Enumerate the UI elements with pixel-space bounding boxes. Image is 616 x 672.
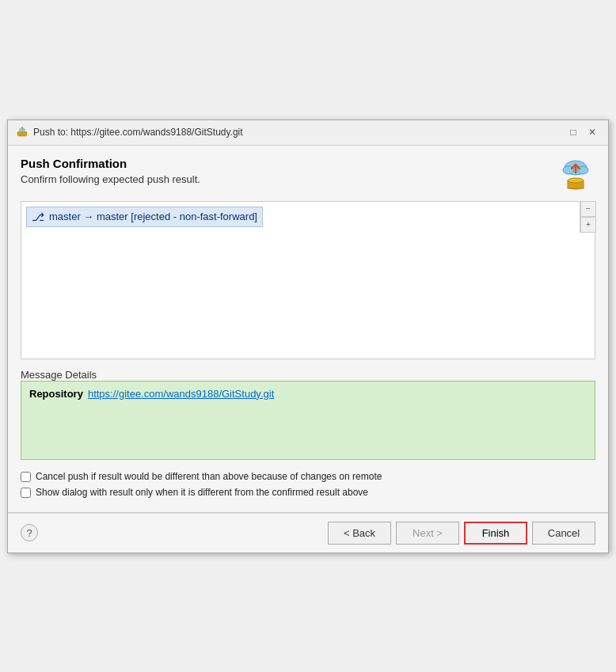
cancel-label: Cancel (548, 527, 580, 539)
minimize-button[interactable]: □ (565, 124, 581, 140)
title-bar-left: Push to: https://gitee.com/wands9188/Git… (16, 126, 243, 139)
branch-icon: ⎇ (32, 211, 44, 223)
title-bar-controls: □ ✕ (565, 124, 600, 140)
cancel-push-checkbox[interactable] (21, 472, 31, 482)
title-bar: Push to: https://gitee.com/wands9188/Git… (8, 120, 608, 146)
cancel-push-label: Cancel push if result would be different… (36, 471, 382, 482)
finish-label: Finish (482, 527, 510, 539)
header-push-icon (559, 157, 592, 195)
checkboxes-section: Cancel push if result would be different… (21, 471, 595, 498)
dialog-subtitle: Confirm following expected push result. (21, 173, 200, 185)
cancel-button[interactable]: Cancel (532, 522, 595, 545)
branch-item[interactable]: ⎇ master → master [rejected - non-fast-f… (26, 207, 263, 227)
window-icon (16, 126, 29, 139)
dialog-window: Push to: https://gitee.com/wands9188/Git… (7, 120, 609, 553)
repository-key: Repository (29, 388, 83, 400)
message-details-section: Message Details Repository https://gitee… (21, 366, 595, 460)
dialog-title: Push Confirmation (21, 157, 200, 170)
header-area: Push Confirmation Confirm following expe… (21, 157, 595, 195)
header-text: Push Confirmation Confirm following expe… (21, 157, 200, 185)
close-button[interactable]: ✕ (584, 124, 600, 140)
repository-row: Repository https://gitee.com/wands9188/G… (29, 388, 587, 400)
checkbox-row-2[interactable]: Show dialog with result only when it is … (21, 487, 595, 498)
help-icon: ? (26, 527, 32, 539)
dialog-content: Push Confirmation Confirm following expe… (8, 146, 608, 506)
branch-item-text: master → master [rejected - non-fast-for… (49, 211, 257, 222)
footer-right: < Back Next > Finish Cancel (328, 522, 595, 545)
svg-point-1 (19, 128, 25, 132)
show-dialog-checkbox[interactable] (21, 488, 31, 498)
message-details-label: Message Details (21, 369, 595, 381)
scroll-buttons: − + (580, 201, 596, 233)
svg-point-8 (568, 178, 584, 183)
scroll-up-button[interactable]: − (580, 201, 596, 217)
show-dialog-label: Show dialog with result only when it is … (36, 487, 368, 498)
branch-list: ⎇ master → master [rejected - non-fast-f… (21, 201, 595, 359)
message-details-box: Repository https://gitee.com/wands9188/G… (21, 381, 595, 460)
finish-button[interactable]: Finish (464, 522, 527, 545)
footer: ? < Back Next > Finish Cancel (8, 513, 608, 552)
footer-left: ? (21, 524, 38, 541)
branch-list-container: ⎇ master → master [rejected - non-fast-f… (21, 201, 595, 359)
back-label: < Back (344, 527, 375, 539)
help-button[interactable]: ? (21, 524, 38, 541)
checkbox-row-1[interactable]: Cancel push if result would be different… (21, 471, 595, 482)
back-button[interactable]: < Back (328, 522, 391, 545)
repository-url[interactable]: https://gitee.com/wands9188/GitStudy.git (88, 388, 274, 400)
window-title: Push to: https://gitee.com/wands9188/Git… (33, 127, 243, 138)
scroll-down-button[interactable]: + (580, 217, 596, 233)
next-label: Next > (413, 527, 443, 539)
next-button[interactable]: Next > (396, 522, 459, 545)
cloud-upload-icon (559, 157, 592, 195)
